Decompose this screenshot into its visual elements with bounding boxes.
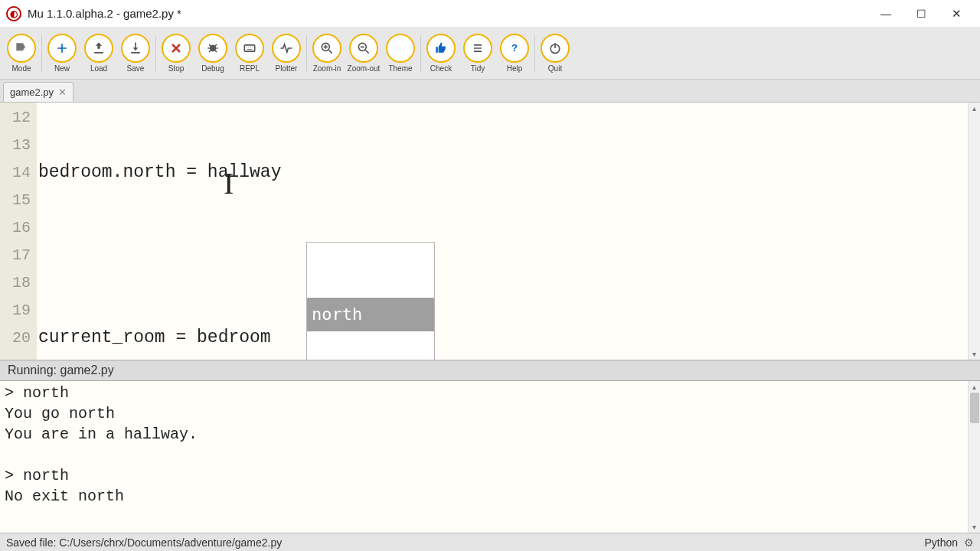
pulse-icon (272, 34, 301, 63)
code-line: bedroom.north = hallway (37, 158, 968, 186)
mode-icon (7, 34, 36, 63)
close-button[interactable]: ✕ (939, 2, 974, 25)
editor-scrollbar[interactable]: ▴ ▾ (968, 103, 980, 360)
status-language: Python (924, 536, 958, 549)
i-beam-cursor-icon: I (224, 170, 234, 197)
app-logo-icon: ◐ (6, 6, 21, 21)
tab-label: game2.py (10, 86, 54, 98)
bug-icon (198, 34, 227, 63)
runner-header: Running: game2.py (0, 360, 980, 381)
autocomplete-option[interactable]: north (307, 298, 434, 331)
code-line (37, 241, 968, 269)
plus-icon (47, 34, 77, 63)
scroll-up-icon[interactable]: ▴ (972, 381, 976, 393)
scroll-up-icon[interactable]: ▴ (972, 103, 976, 114)
tab-close-icon[interactable]: ✕ (58, 86, 67, 98)
zoom-in-icon (312, 34, 341, 63)
code-line: current_room = bedroom (37, 324, 968, 351)
power-icon (541, 34, 570, 63)
question-icon: ? (500, 34, 529, 63)
moon-icon (386, 34, 415, 63)
stop-icon (162, 34, 191, 63)
list-icon (463, 34, 492, 63)
keyboard-icon (235, 34, 264, 63)
new-button[interactable]: New (44, 30, 80, 77)
scroll-down-icon[interactable]: ▾ (972, 521, 976, 533)
load-button[interactable]: Load (80, 30, 117, 77)
console-scrollbar[interactable]: ▴ ▾ (968, 381, 980, 533)
scroll-down-icon[interactable]: ▾ (972, 348, 976, 360)
quit-button[interactable]: Quit (537, 30, 573, 77)
help-button[interactable]: ? Help (496, 30, 533, 77)
window-title: Mu 1.1.0.alpha.2 - game2.py * (28, 7, 181, 20)
titlebar: ◐ Mu 1.1.0.alpha.2 - game2.py * — ☐ ✕ (0, 0, 980, 28)
svg-text:?: ? (511, 42, 518, 54)
tab-bar: game2.py ✕ (0, 80, 980, 103)
console-panel[interactable]: > north You go north You are in a hallwa… (0, 381, 980, 533)
debug-button[interactable]: Debug (194, 30, 231, 77)
status-bar: Saved file: C:/Users/chrx/Documents/adve… (0, 533, 980, 551)
gear-icon[interactable]: ⚙ (964, 536, 974, 549)
plotter-button[interactable]: Plotter (268, 30, 305, 77)
code-area[interactable]: bedroom.north = hallway current_room = b… (37, 103, 968, 360)
tidy-button[interactable]: Tidy (459, 30, 496, 77)
status-message: Saved file: C:/Users/chrx/Documents/adve… (6, 536, 282, 549)
code-editor[interactable]: 121314151617181920 bedroom.north = hallw… (0, 103, 980, 360)
repl-button[interactable]: REPL (231, 30, 268, 77)
line-gutter: 121314151617181920 (0, 103, 37, 360)
upload-icon (84, 34, 113, 63)
theme-button[interactable]: Theme (382, 30, 419, 77)
runner-label: Running: game2.py (8, 364, 114, 377)
mode-button[interactable]: Mode (3, 30, 40, 77)
thumb-icon (426, 34, 456, 63)
download-icon (121, 34, 150, 63)
scroll-thumb[interactable] (970, 393, 979, 423)
console-output[interactable]: > north You go north You are in a hallwa… (0, 381, 968, 533)
tab-game2[interactable]: game2.py ✕ (3, 82, 74, 102)
maximize-button[interactable]: ☐ (903, 2, 939, 25)
zoom-out-button[interactable]: Zoom-out (345, 30, 382, 77)
save-button[interactable]: Save (117, 30, 154, 77)
zoom-in-button[interactable]: Zoom-in (309, 30, 345, 77)
stop-button[interactable]: Stop (158, 30, 194, 77)
svg-rect-1 (244, 45, 254, 51)
zoom-out-icon (349, 34, 378, 63)
autocomplete-popup[interactable]: north (306, 242, 435, 360)
minimize-button[interactable]: — (868, 2, 903, 25)
check-button[interactable]: Check (423, 30, 459, 77)
toolbar: Mode New Load Save Stop Debug REPL Plott… (0, 28, 980, 80)
